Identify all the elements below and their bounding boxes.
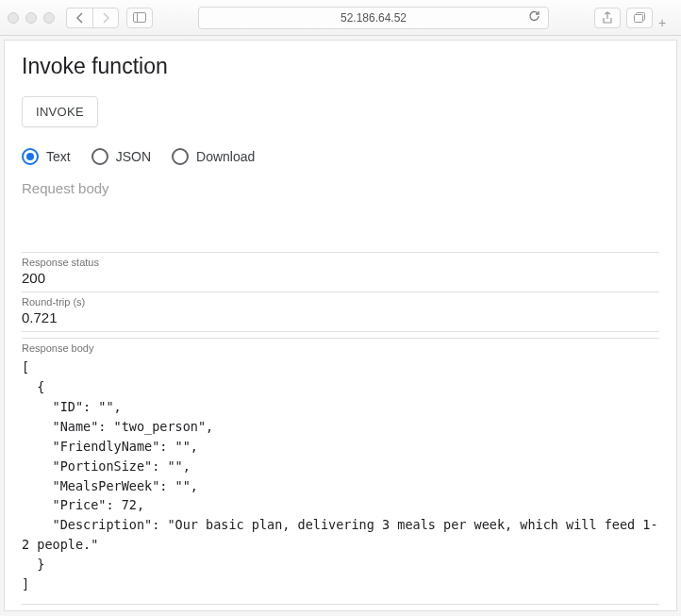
round-trip-label: Round-trip (s) <box>22 292 659 308</box>
right-toolbar: + <box>594 8 673 28</box>
response-body-value: [ { "ID": "", "Name": "two_person", "Fri… <box>22 354 659 605</box>
radio-label: Download <box>196 149 255 164</box>
new-tab-button[interactable]: + <box>658 15 673 30</box>
back-button[interactable] <box>66 8 92 28</box>
maximize-window-icon[interactable] <box>43 12 55 24</box>
radio-icon <box>22 148 39 165</box>
tabs-button[interactable] <box>626 8 653 28</box>
close-window-icon[interactable] <box>8 12 19 24</box>
request-body-input[interactable]: Request body <box>22 180 659 246</box>
response-status-label: Response status <box>22 257 659 268</box>
output-format-radios: Text JSON Download <box>22 148 659 165</box>
share-button[interactable] <box>594 8 621 28</box>
invoke-button[interactable]: INVOKE <box>22 96 98 127</box>
nav-buttons <box>66 8 119 28</box>
window-controls <box>8 12 55 24</box>
radio-icon <box>91 148 108 165</box>
radio-icon <box>172 148 189 165</box>
minimize-window-icon[interactable] <box>25 12 37 24</box>
radio-text[interactable]: Text <box>22 148 71 165</box>
radio-label: JSON <box>116 149 151 164</box>
page-title: Invoke function <box>22 54 659 79</box>
radio-label: Text <box>46 149 71 164</box>
svg-rect-3 <box>634 14 642 22</box>
radio-json[interactable]: JSON <box>91 148 151 165</box>
page-content: Invoke function INVOKE Text JSON Downloa… <box>4 40 677 611</box>
address-bar[interactable]: 52.186.64.52 <box>198 7 549 29</box>
browser-toolbar: 52.186.64.52 + <box>0 0 681 36</box>
round-trip-value: 0.721 <box>22 308 659 332</box>
response-body-label: Response body <box>22 338 659 354</box>
radio-download[interactable]: Download <box>172 148 255 165</box>
round-trip-field: Round-trip (s) 0.721 <box>22 292 659 332</box>
sidebar-toggle-button[interactable] <box>126 8 153 28</box>
svg-rect-0 <box>134 13 146 23</box>
response-status-value: 200 <box>22 268 659 292</box>
address-text: 52.186.64.52 <box>340 11 407 25</box>
forward-button[interactable] <box>92 8 119 28</box>
reload-icon[interactable] <box>528 9 540 25</box>
response-status-field: Response status 200 <box>22 252 659 292</box>
